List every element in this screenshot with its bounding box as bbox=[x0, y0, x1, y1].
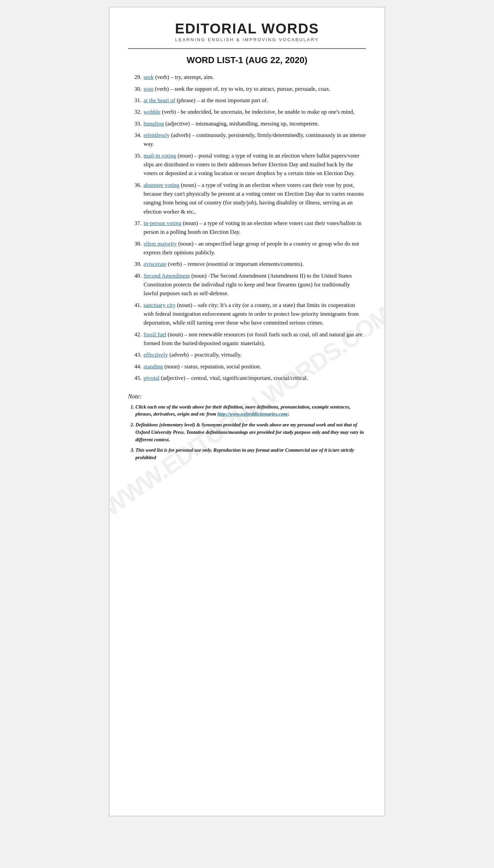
note-section: Note: Click each one of the words above … bbox=[128, 393, 366, 462]
word-link[interactable]: absentee voting bbox=[144, 182, 179, 188]
entry-number: 34. bbox=[128, 131, 144, 140]
entry-content: silent majority (noun) - an unspecified … bbox=[144, 239, 366, 257]
list-item: 45.pivotal (adjective) – central, vital,… bbox=[128, 374, 366, 383]
entry-number: 40. bbox=[128, 272, 144, 281]
site-title: EDITORIAL WORDS bbox=[128, 21, 366, 36]
word-link[interactable]: sanctuary city bbox=[144, 302, 175, 308]
list-item: 32.wobble (verb) - be undecided, be unce… bbox=[128, 108, 366, 116]
list-item: 33.bungling (adjective) – mismanaging, m… bbox=[128, 120, 366, 128]
list-item: 38.silent majority (noun) - an unspecifi… bbox=[128, 239, 366, 257]
entry-content: relentlessly (adverb) – continuously, pe… bbox=[144, 131, 366, 149]
note-item: Click each one of the words above for th… bbox=[135, 403, 366, 418]
word-link[interactable]: mail-in voting bbox=[144, 152, 176, 159]
entry-content: sanctuary city (noun) – safe city; It's … bbox=[144, 301, 366, 328]
notes-list: Click each one of the words above for th… bbox=[128, 403, 366, 462]
entry-content: wobble (verb) - be undecided, be uncerta… bbox=[144, 108, 366, 116]
list-item: 35.mail-in voting (noun) – postal voting… bbox=[128, 151, 366, 178]
header: EDITORIAL WORDS LEARNING ENGLISH & IMPRO… bbox=[128, 21, 366, 42]
word-link[interactable]: seek bbox=[144, 74, 154, 80]
entry-number: 29. bbox=[128, 73, 144, 82]
word-link[interactable]: pivotal bbox=[144, 375, 159, 381]
word-list-title: WORD LIST-1 (AUG 22, 2020) bbox=[128, 55, 366, 66]
word-link[interactable]: fossil fuel bbox=[144, 331, 167, 338]
entry-content: in-person voting (noun) – a type of voti… bbox=[144, 219, 366, 237]
list-item: 44.standing (noun) - status, reputation,… bbox=[128, 362, 366, 371]
word-link[interactable]: silent majority bbox=[144, 240, 177, 247]
entry-content: mail-in voting (noun) – postal voting; a… bbox=[144, 151, 366, 178]
list-item: 40.Second Amendment (noun) -The Second A… bbox=[128, 272, 366, 298]
entry-number: 33. bbox=[128, 120, 144, 128]
entry-number: 36. bbox=[128, 181, 144, 189]
word-link[interactable]: bungling bbox=[144, 121, 164, 127]
entry-number: 38. bbox=[128, 239, 144, 248]
list-item: 37.in-person voting (noun) – a type of v… bbox=[128, 219, 366, 237]
note-item: Definitions (elementary level) & Synonym… bbox=[135, 421, 366, 443]
list-item: 30.woo (verb) – seek the support of, try… bbox=[128, 85, 366, 93]
entry-content: fossil fuel (noun) – non renewable resou… bbox=[144, 330, 366, 348]
list-item: 43.effectively (adverb) – practically, v… bbox=[128, 350, 366, 359]
entry-content: at the heart of (phrase) – at the most i… bbox=[144, 96, 366, 105]
note-label: Note: bbox=[128, 393, 366, 400]
note-link[interactable]: http://www.oxforddictionaries.com/ bbox=[217, 411, 288, 417]
entry-number: 39. bbox=[128, 260, 144, 269]
entry-number: 35. bbox=[128, 151, 144, 160]
list-item: 41.sanctuary city (noun) – safe city; It… bbox=[128, 301, 366, 328]
page: WWW.EDITORIALWORDS.COM EDITORIAL WORDS L… bbox=[109, 7, 385, 816]
word-link[interactable]: relentlessly bbox=[144, 132, 170, 138]
entry-number: 41. bbox=[128, 301, 144, 310]
site-subtitle: LEARNING ENGLISH & IMPROVING VOCABULARY bbox=[128, 37, 366, 42]
list-item: 31.at the heart of (phrase) – at the mos… bbox=[128, 96, 366, 105]
list-item: 34.relentlessly (adverb) – continuously,… bbox=[128, 131, 366, 149]
entry-content: pivotal (adjective) – central, vital, si… bbox=[144, 374, 366, 383]
word-link[interactable]: in-person voting bbox=[144, 220, 181, 227]
word-link[interactable]: woo bbox=[144, 86, 153, 92]
entry-number: 44. bbox=[128, 362, 144, 371]
entry-number: 42. bbox=[128, 330, 144, 339]
list-item: 39.eviscerate (verb) – remove (essential… bbox=[128, 260, 366, 269]
entry-content: Second Amendment (noun) -The Second Amen… bbox=[144, 272, 366, 298]
entry-content: absentee voting (noun) – a type of votin… bbox=[144, 181, 366, 216]
list-item: 36.absentee voting (noun) – a type of vo… bbox=[128, 181, 366, 216]
word-link[interactable]: standing bbox=[144, 363, 163, 370]
entry-content: seek (verb) – try, attempt, aim. bbox=[144, 73, 366, 82]
entry-number: 30. bbox=[128, 85, 144, 93]
entry-content: woo (verb) – seek the support of, try to… bbox=[144, 85, 366, 93]
word-link[interactable]: at the heart of bbox=[144, 97, 175, 104]
entry-content: bungling (adjective) – mismanaging, mish… bbox=[144, 120, 366, 128]
word-link[interactable]: Second Amendment bbox=[144, 273, 190, 279]
entries-list: 29.seek (verb) – try, attempt, aim.30.wo… bbox=[128, 73, 366, 383]
entry-content: effectively (adverb) – practically, virt… bbox=[144, 350, 366, 359]
word-link[interactable]: wobble bbox=[144, 109, 160, 115]
word-link[interactable]: effectively bbox=[144, 351, 168, 358]
entry-number: 31. bbox=[128, 96, 144, 105]
entry-number: 43. bbox=[128, 350, 144, 359]
entry-content: eviscerate (verb) – remove (essential or… bbox=[144, 260, 366, 269]
note-item: This word list is for personal use only.… bbox=[135, 447, 366, 462]
list-item: 42.fossil fuel (noun) – non renewable re… bbox=[128, 330, 366, 348]
divider bbox=[128, 48, 366, 49]
entry-content: standing (noun) - status, reputation, so… bbox=[144, 362, 366, 371]
entry-number: 37. bbox=[128, 219, 144, 228]
list-item: 29.seek (verb) – try, attempt, aim. bbox=[128, 73, 366, 82]
entry-number: 32. bbox=[128, 108, 144, 116]
entry-number: 45. bbox=[128, 374, 144, 383]
word-link[interactable]: eviscerate bbox=[144, 261, 167, 267]
